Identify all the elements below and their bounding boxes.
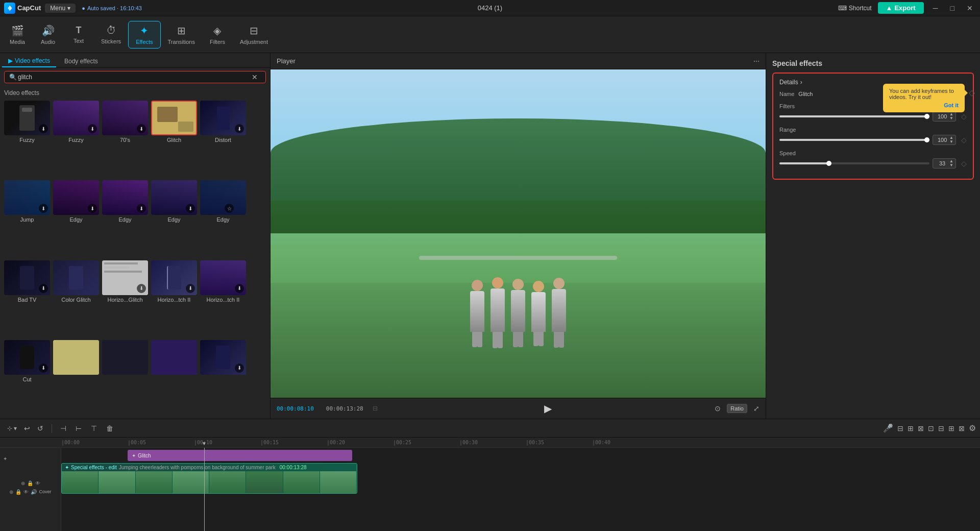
effect-edgy1[interactable]: ⬇ Edgy <box>53 180 99 257</box>
effect-partial1[interactable] <box>53 340 99 417</box>
mic-button[interactable]: 🎤 <box>883 423 893 433</box>
speed-slider-track[interactable] <box>779 162 929 164</box>
filters-decrement[interactable]: ▼ <box>949 116 953 120</box>
keyframe-diamond-icon[interactable]: ◇ <box>969 88 975 98</box>
add-track-icon[interactable]: ⊕ <box>21 480 25 486</box>
add-track-icon-2[interactable]: ⊕ <box>9 489 13 495</box>
split-right-button[interactable]: ⊢ <box>72 423 85 433</box>
effect-thumb-horizglitch2: ⬇ <box>151 260 197 295</box>
effect-fuzzy1[interactable]: ⬇ Fuzzy <box>4 101 50 177</box>
clip-thumb-5 <box>209 471 246 494</box>
settings-icon[interactable]: ⚙ <box>969 423 976 433</box>
video-clip-bar[interactable]: ✦ Special effects - edit Jumping cheerle… <box>61 463 357 494</box>
filters-slider-track[interactable] <box>779 115 929 117</box>
delete-button[interactable]: 🗑 <box>103 423 116 433</box>
tool-audio[interactable]: 🔊 Audio <box>33 21 63 48</box>
ratio-button[interactable]: Ratio <box>727 404 747 413</box>
eye-icon-2[interactable]: 👁 <box>23 489 29 495</box>
tool-stickers[interactable]: ⏱ Stickers <box>94 21 128 47</box>
tool-effects[interactable]: ✦ Effects <box>128 21 160 49</box>
details-arrow-icon: › <box>800 79 802 86</box>
range-slider-track[interactable] <box>779 139 929 141</box>
timeline-btn-4[interactable]: ⊡ <box>928 424 934 432</box>
search-input[interactable] <box>4 71 266 83</box>
player-menu-icon[interactable]: ⋯ <box>753 58 760 65</box>
timeline-btn-3[interactable]: ⊠ <box>918 424 924 432</box>
effect-glitch[interactable]: Glitch <box>151 101 197 177</box>
download-icon-horizglitch3: ⬇ <box>235 284 244 293</box>
maximize-button[interactable]: □ <box>947 4 958 12</box>
player-title: Player <box>277 57 296 65</box>
tool-adjustment[interactable]: ⊟ Adjustment <box>233 21 275 48</box>
audio-icon-2[interactable]: 🔊 <box>31 489 37 495</box>
effect-track-icon: ✦ <box>3 456 7 462</box>
play-button[interactable]: ▶ <box>541 401 555 416</box>
lock-icon-2[interactable]: 🔒 <box>15 489 21 495</box>
effect-jump[interactable]: ⬇ Jump <box>4 180 50 257</box>
effect-horizglitch1[interactable]: ⬇ Horizo...Glitch <box>102 260 148 337</box>
effect-cut[interactable]: ⬇ Cut <box>4 340 50 417</box>
speed-decrement[interactable]: ▼ <box>949 163 953 167</box>
menu-button[interactable]: Menu ▾ <box>45 4 76 13</box>
tool-filters[interactable]: ◈ Filters <box>202 21 233 48</box>
timeline-btn-1[interactable]: ⊟ <box>897 424 903 432</box>
tool-transitions[interactable]: ⊞ Transitions <box>161 21 202 48</box>
shortcut-button[interactable]: ⌨ Shortcut <box>838 5 872 12</box>
top-bar: CapCut Menu ▾ ● Auto saved · 16:10:43 04… <box>0 0 980 16</box>
range-decrement[interactable]: ▼ <box>949 140 953 144</box>
lock-icon[interactable]: 🔒 <box>27 480 33 486</box>
effect-edgy4[interactable]: ☆ Edgy <box>200 180 246 257</box>
effects-icon: ✦ <box>140 25 149 37</box>
glitch-effect-bar[interactable]: ✦ Glitch <box>128 450 352 461</box>
player-video <box>271 69 766 398</box>
effect-fuzzy2[interactable]: ⬇ Fuzzy <box>53 101 99 177</box>
split-mid-button[interactable]: ⊤ <box>88 423 100 433</box>
tab-video-effects[interactable]: ▶ Video effects <box>2 55 56 67</box>
minimize-button[interactable]: ─ <box>930 4 941 12</box>
filters-keyframe-button[interactable]: ◇ <box>961 112 967 120</box>
timeline-btn-2[interactable]: ⊞ <box>908 424 914 432</box>
stickers-icon: ⏱ <box>106 25 116 36</box>
export-button[interactable]: ▲ Export <box>878 2 924 14</box>
ruler-mark-3: |00:15 <box>260 440 279 445</box>
tool-media[interactable]: 🎬 Media <box>2 21 33 48</box>
effect-partial2[interactable] <box>102 340 148 417</box>
search-clear-icon[interactable]: ✕ <box>252 73 258 81</box>
undo-button[interactable]: ↩ <box>21 423 33 433</box>
effect-edgy3[interactable]: ⬇ Edgy <box>151 180 197 257</box>
tooltip-got-it-button[interactable]: Got it <box>944 102 959 108</box>
timeline-btn-7[interactable]: ⊠ <box>959 424 965 432</box>
split-left-button[interactable]: ⊣ <box>57 423 69 433</box>
effect-partial3[interactable] <box>151 340 197 417</box>
download-icon-fuzzy1: ⬇ <box>39 124 48 133</box>
timeline-btn-5[interactable]: ⊟ <box>938 424 944 432</box>
expand-icon[interactable]: ⤢ <box>753 404 760 413</box>
effect-edgy2[interactable]: ⬇ Edgy <box>102 180 148 257</box>
effect-horizglitch3[interactable]: ⬇ Horizo...tch II <box>200 260 246 337</box>
effect-70s[interactable]: ⬇ 70's <box>102 101 148 177</box>
clip-time: 00:00:13:28 <box>280 465 307 470</box>
eye-icon[interactable]: 👁 <box>35 480 40 486</box>
tab-body-effects[interactable]: Body effects <box>58 55 104 67</box>
effect-thumb-partial2 <box>102 340 148 375</box>
effect-thumb-horizglitch1: ⬇ <box>102 260 148 295</box>
effect-badtv[interactable]: ⬇ Bad TV <box>4 260 50 337</box>
playhead[interactable] <box>204 448 205 531</box>
effect-colorglitch[interactable]: Color Glitch <box>53 260 99 337</box>
effect-partial4[interactable]: ⬇ <box>200 340 246 417</box>
timeline-btn-6[interactable]: ⊞ <box>948 424 954 432</box>
glitch-bar-label: Glitch <box>138 453 151 458</box>
select-tool[interactable]: ⊹ ▾ <box>4 424 20 433</box>
download-icon-horizglitch2: ⬇ <box>186 284 195 293</box>
fullscreen-icon[interactable]: ⊙ <box>715 404 721 413</box>
close-button[interactable]: ✕ <box>964 4 976 12</box>
player-header: Player ⋯ <box>271 53 766 69</box>
filters-slider-fill <box>779 115 929 117</box>
effect-horizglitch2[interactable]: ⬇ Horizo...tch II <box>151 260 197 337</box>
segment-icon[interactable]: ⊟ <box>370 404 381 413</box>
effect-distort[interactable]: ⬇ Distort <box>200 101 246 177</box>
range-keyframe-button[interactable]: ◇ <box>961 136 967 144</box>
tool-text[interactable]: T Text <box>63 22 94 47</box>
speed-keyframe-button[interactable]: ◇ <box>961 159 967 167</box>
redo-button[interactable]: ↺ <box>34 423 46 433</box>
